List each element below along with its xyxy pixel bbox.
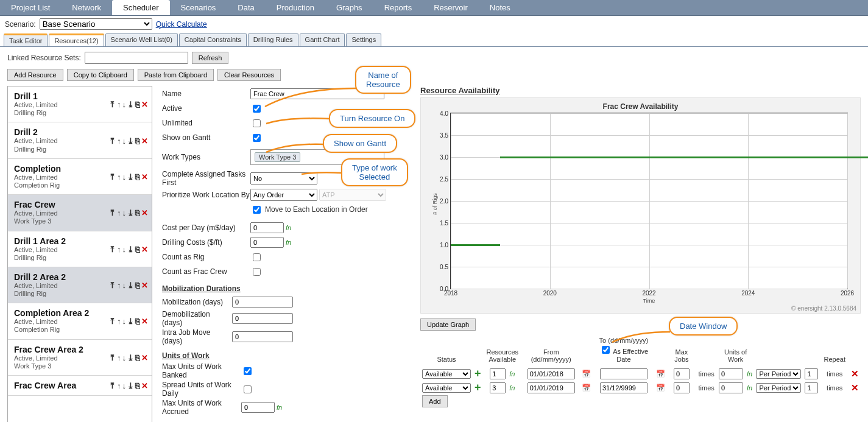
nav-production[interactable]: Production [266,0,325,15]
move-order-check[interactable] [253,206,261,214]
from-date-input[interactable] [528,382,575,393]
intra-input[interactable] [232,331,293,342]
resource-item[interactable]: Drill 1 Area 2Active, Limited Drilling R… [8,231,152,267]
move-up-icon[interactable]: ↑ [117,281,121,290]
move-down-icon[interactable]: ↓ [122,353,127,362]
move-top-icon[interactable]: ⤒ [109,100,116,109]
copy-icon[interactable]: ⎘ [135,281,140,290]
unlimited-check[interactable] [253,119,261,127]
move-down-icon[interactable]: ↓ [122,208,127,217]
move-top-icon[interactable]: ⤒ [109,281,116,290]
delete-icon[interactable]: ✕ [141,281,148,290]
delete-icon[interactable]: ✕ [141,353,148,362]
add-row-icon[interactable]: + [475,367,481,379]
gantt-check[interactable] [253,134,261,142]
paste-clipboard-button[interactable]: Paste from Clipboard [138,69,214,81]
repeat-input[interactable] [805,368,818,379]
period-select[interactable]: Per Period [756,369,801,379]
delete-icon[interactable]: ✕ [141,381,148,390]
subtab-scenario-well-list[interactable]: Scenario Well List(0) [105,33,178,46]
resource-item[interactable]: Frac Crew Area⤒↑↓⤓⎘✕ [8,376,152,396]
resource-item[interactable]: Completion Area 2Active, Limited Complet… [8,303,152,339]
uow-input[interactable] [719,382,743,393]
subtab-settings[interactable]: Settings [346,33,381,46]
status-select[interactable]: Available [422,369,471,379]
subtab-capital-constraints[interactable]: Capital Constraints [179,33,247,46]
fn-icon[interactable]: fn [509,370,515,378]
copy-icon[interactable]: ⎘ [135,244,140,253]
quick-calculate-link[interactable]: Quick Calculate [156,20,207,29]
copy-icon[interactable]: ⎘ [135,172,140,181]
to-date-input[interactable] [600,382,647,393]
fn-icon[interactable]: fn [277,404,282,411]
copy-icon[interactable]: ⎘ [135,100,140,109]
delete-icon[interactable]: ✕ [141,208,148,217]
resource-list[interactable]: Drill 1Active, Limited Drilling Rig⤒↑↓⤓⎘… [7,86,152,422]
subtab-task-editor[interactable]: Task Editor [4,33,48,46]
fn-icon[interactable]: fn [747,370,752,378]
to-date-input[interactable] [600,368,647,379]
copy-icon[interactable]: ⎘ [135,208,140,217]
maxjobs-input[interactable] [674,368,690,379]
move-bottom-icon[interactable]: ⤓ [127,172,134,181]
move-down-icon[interactable]: ↓ [122,100,127,109]
spread-check[interactable] [244,385,252,393]
linked-input[interactable] [85,52,188,64]
move-bottom-icon[interactable]: ⤓ [127,244,134,253]
move-up-icon[interactable]: ↑ [117,208,121,217]
resource-item[interactable]: Drill 2Active, Limited Drilling Rig⤒↑↓⤓⎘… [8,122,152,158]
uow-input[interactable] [719,368,743,379]
repeat-input[interactable] [805,382,818,393]
eff-date-check[interactable] [602,346,610,354]
fn-icon[interactable]: fn [286,224,291,231]
resource-item[interactable]: Frac Crew Area 2Active, Limited Work Typ… [8,340,152,376]
maxjobs-input[interactable] [674,382,690,393]
resource-item[interactable]: Frac CrewActive, Limited Work Type 3⤒↑↓⤓… [8,195,152,231]
move-up-icon[interactable]: ↑ [117,317,121,326]
delete-icon[interactable]: ✕ [141,317,148,326]
move-bottom-icon[interactable]: ⤓ [127,281,134,290]
calendar-icon[interactable]: 📅 [656,370,665,378]
subtab-gantt-chart[interactable]: Gantt Chart [300,33,345,46]
move-bottom-icon[interactable]: ⤓ [127,208,134,217]
add-availability-button[interactable]: Add [422,395,448,407]
delete-icon[interactable]: ✕ [141,100,148,109]
move-top-icon[interactable]: ⤒ [109,208,116,217]
delete-icon[interactable]: ✕ [141,172,148,181]
resource-item[interactable]: CompletionActive, Limited Completion Rig… [8,159,152,195]
calendar-icon[interactable]: 📅 [656,384,665,392]
demob-input[interactable] [232,313,293,324]
nav-scheduler[interactable]: Scheduler [112,0,170,15]
copy-icon[interactable]: ⎘ [135,353,140,362]
fn-icon[interactable]: fn [747,384,752,392]
resource-item[interactable]: Drill 1Active, Limited Drilling Rig⤒↑↓⤓⎘… [8,86,152,122]
move-top-icon[interactable]: ⤒ [109,381,116,390]
move-down-icon[interactable]: ↓ [122,281,127,290]
move-down-icon[interactable]: ↓ [122,172,127,181]
copy-icon[interactable]: ⎘ [135,136,140,145]
count-frac-check[interactable] [253,268,261,276]
delete-icon[interactable]: ✕ [141,136,148,145]
add-row-icon[interactable]: + [475,381,481,393]
count-rig-check[interactable] [253,253,261,261]
move-down-icon[interactable]: ↓ [122,381,127,390]
nav-project-list[interactable]: Project List [0,0,61,15]
from-date-input[interactable] [528,368,575,379]
copy-icon[interactable]: ⎘ [135,381,140,390]
move-up-icon[interactable]: ↑ [117,244,121,253]
resource-item[interactable]: Drill 2 Area 2Active, Limited Drilling R… [8,267,152,303]
nav-reservoir[interactable]: Reservoir [423,0,479,15]
bank-check[interactable] [244,367,252,375]
delete-icon[interactable]: ✕ [141,244,148,253]
scenario-select[interactable]: Base Scenario [40,18,152,30]
move-top-icon[interactable]: ⤒ [109,244,116,253]
move-up-icon[interactable]: ↑ [117,100,121,109]
res-avail-input[interactable] [490,368,506,379]
prioritize-select[interactable]: Any Order [250,189,317,201]
res-avail-input[interactable] [490,382,506,393]
clear-resources-button[interactable]: Clear Resources [217,69,281,81]
move-up-icon[interactable]: ↑ [117,353,121,362]
subtab-resources[interactable]: Resources(12) [49,33,104,46]
move-bottom-icon[interactable]: ⤓ [127,100,134,109]
fn-icon[interactable]: fn [509,384,515,392]
